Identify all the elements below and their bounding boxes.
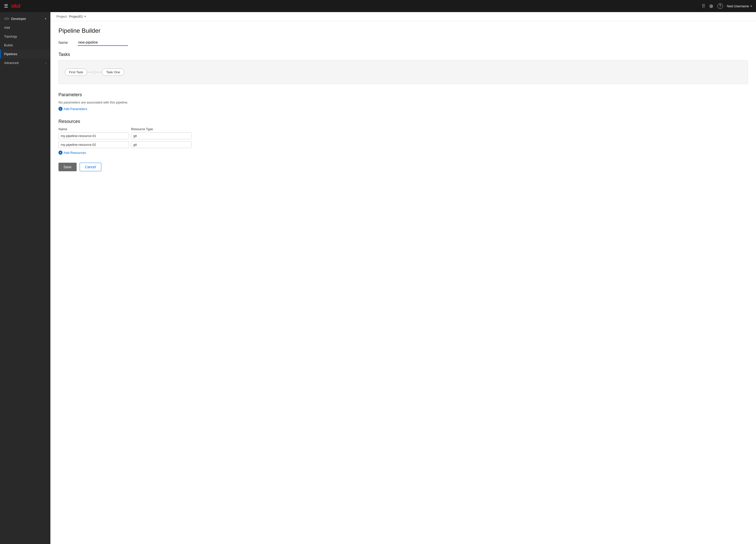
apps-icon[interactable]: ⠿ bbox=[702, 3, 705, 9]
topnav-right: ⠿ ⊕ ? Ned Username ▾ bbox=[702, 3, 752, 9]
resource-row-2 bbox=[58, 141, 748, 148]
sidebar-item-add[interactable]: Add bbox=[0, 23, 50, 32]
add-resources-link[interactable]: + Add Resources bbox=[58, 151, 748, 155]
help-icon[interactable]: ? bbox=[717, 3, 723, 9]
project-bar: Project: Project01 ▾ bbox=[50, 12, 756, 21]
sidebar-role-label: Developer bbox=[11, 17, 26, 21]
cancel-button[interactable]: Cancel bbox=[80, 163, 101, 171]
add-params-plus-icon: + bbox=[58, 107, 62, 111]
project-name[interactable]: Project01 bbox=[69, 15, 83, 18]
sidebar-item-pipelines-label: Pipelines bbox=[4, 52, 17, 56]
sidebar-item-advanced[interactable]: Advanced › bbox=[0, 58, 50, 67]
sidebar: </> Developer ▾ Add Topology Builds Pipe… bbox=[0, 12, 50, 544]
page-title: Pipeline Builder bbox=[58, 27, 748, 34]
save-button[interactable]: Save bbox=[58, 163, 77, 171]
sidebar-item-builds[interactable]: Builds bbox=[0, 41, 50, 50]
add-icon[interactable]: ⊕ bbox=[709, 3, 713, 9]
sidebar-item-topology-label: Topology bbox=[4, 35, 17, 38]
sidebar-item-builds-label: Builds bbox=[4, 43, 13, 47]
resource-type-input-1[interactable] bbox=[131, 133, 192, 139]
page-content: Pipeline Builder Name Tasks First Task bbox=[50, 21, 756, 544]
user-menu[interactable]: Ned Username ▾ bbox=[727, 4, 752, 8]
sidebar-item-topology[interactable]: Topology bbox=[0, 32, 50, 41]
resources-table: Name Resource Type bbox=[58, 127, 748, 148]
name-field-label: Name bbox=[58, 41, 74, 45]
parameters-section: Parameters No parameters are associated … bbox=[58, 92, 748, 111]
project-chevron-icon[interactable]: ▾ bbox=[84, 15, 86, 18]
resource-row-1 bbox=[58, 133, 748, 139]
sidebar-item-pipelines[interactable]: Pipelines bbox=[0, 50, 50, 58]
tasks-section: Tasks First Task Task One bbox=[58, 52, 748, 84]
name-row: Name bbox=[58, 39, 748, 46]
no-parameters-text: No parameters are associated with this p… bbox=[58, 101, 748, 104]
code-icon: </> bbox=[4, 17, 9, 21]
topnav-left: ☰ okd bbox=[4, 3, 20, 9]
username-label: Ned Username bbox=[727, 4, 749, 8]
add-parameters-label: Add Parameters bbox=[64, 107, 87, 111]
col-type-header: Resource Type bbox=[131, 127, 192, 131]
content-area: Project: Project01 ▾ Pipeline Builder Na… bbox=[50, 12, 756, 544]
task-connector bbox=[87, 71, 102, 74]
resources-title: Resources bbox=[58, 119, 748, 124]
top-navbar: ☰ okd ⠿ ⊕ ? Ned Username ▾ bbox=[0, 0, 756, 12]
add-resources-label: Add Resources bbox=[64, 151, 86, 155]
add-parameters-link[interactable]: + Add Parameters bbox=[58, 107, 748, 111]
connector-line-2 bbox=[96, 72, 102, 72]
advanced-chevron-icon: › bbox=[45, 61, 46, 65]
sidebar-role-selector[interactable]: </> Developer ▾ bbox=[0, 14, 50, 23]
task-node-second[interactable]: Task One bbox=[102, 69, 124, 76]
tasks-canvas: First Task Task One bbox=[58, 60, 748, 84]
resource-type-input-2[interactable] bbox=[131, 141, 192, 148]
button-row: Save Cancel bbox=[58, 163, 748, 171]
resource-name-input-2[interactable] bbox=[58, 141, 129, 148]
col-name-header: Name bbox=[58, 127, 129, 131]
connector-line bbox=[87, 72, 93, 72]
project-label: Project: bbox=[56, 15, 68, 18]
role-chevron-icon: ▾ bbox=[45, 17, 46, 20]
user-chevron-icon: ▾ bbox=[750, 5, 752, 8]
resources-section: Resources Name Resource Type bbox=[58, 119, 748, 155]
connector-circle bbox=[93, 71, 96, 74]
hamburger-icon[interactable]: ☰ bbox=[4, 3, 8, 9]
resources-header: Name Resource Type bbox=[58, 127, 748, 131]
main-layout: </> Developer ▾ Add Topology Builds Pipe… bbox=[0, 12, 756, 544]
parameters-title: Parameters bbox=[58, 92, 748, 98]
task-node-first[interactable]: First Task bbox=[65, 69, 87, 76]
sidebar-item-advanced-label: Advanced bbox=[4, 61, 19, 65]
resource-name-input-1[interactable] bbox=[58, 133, 129, 139]
sidebar-item-add-label: Add bbox=[4, 26, 10, 29]
tasks-title: Tasks bbox=[58, 52, 748, 57]
add-resources-plus-icon: + bbox=[58, 151, 62, 155]
pipeline-name-input[interactable] bbox=[78, 39, 128, 46]
okd-logo[interactable]: okd bbox=[11, 3, 20, 9]
